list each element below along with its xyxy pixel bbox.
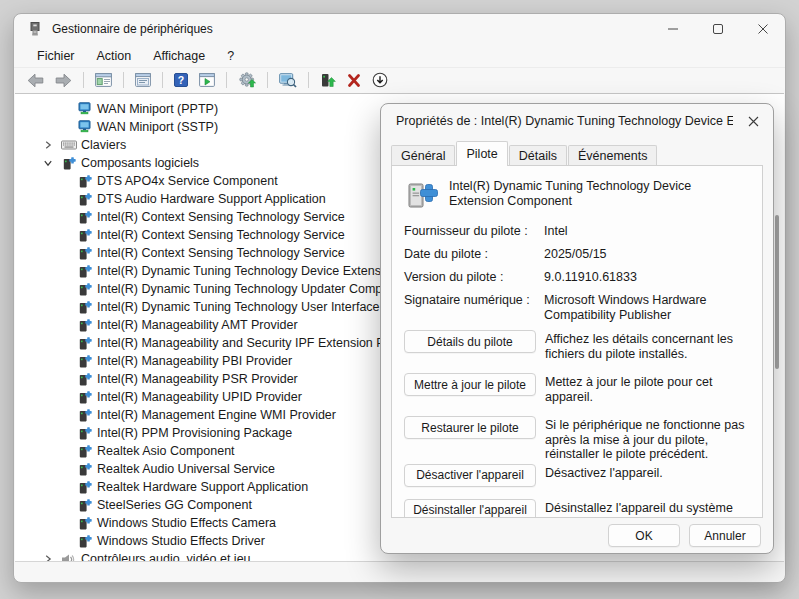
tree-item-label: WAN Miniport (SSTP) [97,120,218,134]
info-row-signataire-numerique: Signataire numérique :Microsoft Windows … [404,293,750,322]
tree-item-label: Intel(R) Dynamic Tuning Technology User … [97,300,398,314]
action-row-restaurer-le-pilote: Restaurer le piloteSi le périphérique ne… [404,416,750,462]
tab-general[interactable]: Général [391,145,455,165]
forward-button[interactable] [52,72,75,89]
disable-device-button[interactable] [369,71,391,89]
title-bar: Gestionnaire de périphériques [14,14,785,44]
action-row-desinstaller-l-appareil: Désinstaller l'appareilDésinstallez l'ap… [404,499,750,519]
update-driver-icon [238,72,256,88]
menu-item-action[interactable]: Action [86,46,143,66]
device-name: Intel(R) Dynamic Tuning Technology Devic… [449,177,749,209]
tree-item-label: Intel(R) Manageability PSR Provider [97,372,298,386]
info-label: Version du pilote : [404,270,544,285]
chevron-right-icon[interactable] [39,140,56,150]
menu-item-affichage[interactable]: Affichage [142,46,216,66]
audio-controller-icon [60,553,77,563]
tree-item-label: Intel(R) Dynamic Tuning Technology Devic… [97,264,398,278]
forward-icon [55,73,72,88]
tree-item-label: Contrôleurs audio, vidéo et jeu [81,552,251,562]
toolbar-separator [123,72,124,88]
tree-item-label: WAN Miniport (PPTP) [97,102,218,116]
action-description: Mettez à jour le pilote pour cet apparei… [545,373,750,404]
properties-button[interactable] [132,72,154,88]
info-row-date-du-pilote: Date du pilote :2025/05/15 [404,247,750,262]
software-component-icon [76,174,93,188]
tree-item-label: Composants logiciels [81,156,199,170]
toolbar: ? [14,68,785,92]
action-pane-icon [199,73,215,87]
properties-icon [135,73,151,87]
cancel-button[interactable]: Annuler [689,524,761,547]
restaurer-le-pilote-button[interactable]: Restaurer le pilote [404,416,536,439]
dialog-footer: OK Annuler [381,518,773,553]
action-row-desactiver-l-appareil: Désactiver l'appareilDésactivez l'appare… [404,464,750,487]
maximize-icon [713,24,723,34]
software-component-icon [76,354,93,368]
software-component-icon [76,372,93,386]
close-button[interactable] [740,14,785,44]
action-description: Désinstallez l'appareil du système (avan… [545,499,750,519]
tree-item-label: Realtek Hardware Support Application [97,480,308,494]
software-component-icon [76,210,93,224]
tree-item-label: DTS APO4x Service Component [97,174,278,188]
device-header: Intel(R) Dynamic Tuning Technology Devic… [404,177,750,211]
action-pane-button[interactable] [196,72,218,88]
software-component-icon [76,318,93,332]
tree-item-label: Intel(R) Manageability and Security IPF … [97,336,402,350]
add-drivers-icon [320,73,336,88]
maximize-button[interactable] [695,14,740,44]
uninstall-device-button[interactable] [344,73,364,88]
chevron-right-icon[interactable] [39,554,56,562]
info-label: Date du pilote : [404,247,544,262]
tree-item-label: Intel(R) Manageability AMT Provider [97,318,298,332]
info-row-fournisseur-du-pilote: Fournisseur du pilote :Intel [404,224,750,239]
tab-evenements[interactable]: Événements [568,145,657,165]
scan-hardware-button[interactable] [276,72,300,89]
menu-item-help[interactable]: ? [216,46,245,66]
mettre-a-jour-le-pilote-button[interactable]: Mettre à jour le pilote [404,373,536,396]
uninstall-device-icon [347,74,361,87]
console-tree-button[interactable] [92,72,115,88]
details-du-pilote-button[interactable]: Détails du pilote [404,330,536,353]
back-button[interactable] [24,72,47,89]
tree-item-label: Claviers [81,138,126,152]
chevron-down-icon[interactable] [39,158,56,168]
desactiver-l-appareil-button[interactable]: Désactiver l'appareil [404,464,536,487]
properties-dialog: Propriétés de : Intel(R) Dynamic Tuning … [380,103,774,554]
tab-pilote[interactable]: Pilote [456,141,507,166]
dialog-close-button[interactable] [733,104,773,138]
info-row-version-du-pilote: Version du pilote :9.0.11910.61833 [404,270,750,285]
toolbar-separator [267,72,268,88]
software-component-icon [76,228,93,242]
tree-scrollbar-thumb[interactable] [775,215,779,369]
action-description: Si le périphérique ne fonctionne pas apr… [545,416,750,462]
info-value: Intel [544,224,750,239]
scan-hardware-icon [279,73,297,88]
minimize-icon [668,24,678,34]
add-drivers-button[interactable] [317,72,339,89]
info-value: Microsoft Windows Hardware Compatibility… [544,293,750,322]
minimize-button[interactable] [650,14,695,44]
info-label: Fournisseur du pilote : [404,224,544,239]
help-button[interactable]: ? [171,72,191,88]
tree-item-label: Windows Studio Effects Camera [97,516,276,530]
action-description: Affichez les détails concernant les fich… [545,330,750,361]
tree-item-label: Intel(R) Context Sensing Technology Serv… [97,246,345,260]
update-driver-button[interactable] [235,71,259,89]
software-component-icon [76,300,93,314]
tree-item-label: Intel(R) Context Sensing Technology Serv… [97,228,345,242]
tree-item-label: Intel(R) Manageability PBI Provider [97,354,292,368]
desinstaller-l-appareil-button[interactable]: Désinstaller l'appareil [404,499,536,519]
action-description: Désactivez l'appareil. [545,464,750,481]
software-component-icon [76,426,93,440]
network-adapter-icon [76,120,93,134]
ok-button[interactable]: OK [608,524,680,547]
menu-item-fichier[interactable]: Fichier [26,46,86,66]
tab-details[interactable]: Détails [509,145,567,165]
software-component-icon [60,156,77,170]
tree-item-label: SteelSeries GG Component [97,498,252,512]
info-label: Signataire numérique : [404,293,544,322]
tree-item-label: Windows Studio Effects Driver [97,534,265,548]
software-component-icon [76,408,93,422]
software-component-icon [76,246,93,260]
